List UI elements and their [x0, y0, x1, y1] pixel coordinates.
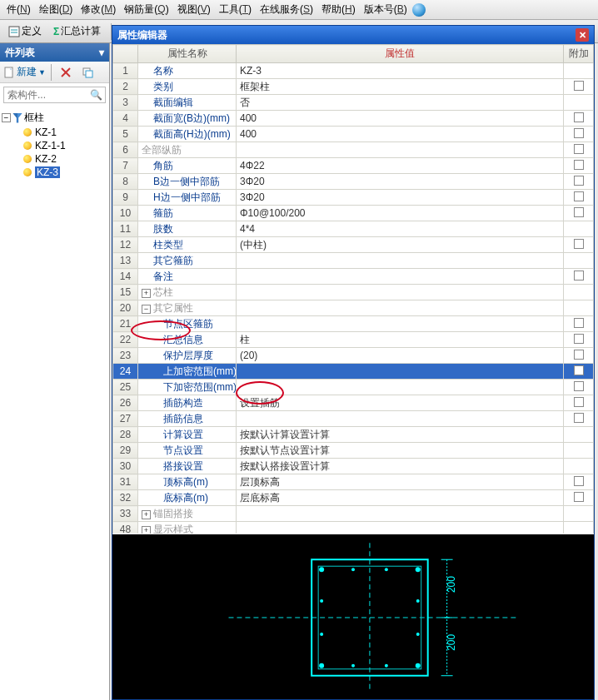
tree-item-KZ-1[interactable]: KZ-1: [2, 126, 107, 139]
prop-value[interactable]: 柱: [237, 332, 564, 348]
menu-绘图[interactable]: 绘图(D): [36, 1, 77, 18]
prop-row-8[interactable]: 8B边一侧中部筋3Φ20: [113, 174, 594, 190]
prop-value[interactable]: 否: [237, 95, 564, 111]
prop-row-7[interactable]: 7角筋4Φ22: [113, 158, 594, 174]
prop-row-9[interactable]: 9H边一侧中部筋3Φ20: [113, 190, 594, 206]
prop-value[interactable]: KZ-3: [237, 63, 564, 79]
extra-checkbox[interactable]: [564, 300, 594, 316]
tree-item-KZ-2[interactable]: KZ-2: [2, 152, 107, 166]
prop-row-14[interactable]: 14备注: [113, 269, 594, 285]
expand-icon[interactable]: +: [142, 289, 151, 298]
menu-钢筋量[interactable]: 钢筋量(Q): [121, 1, 172, 18]
prop-value[interactable]: (20): [237, 348, 564, 364]
define-button[interactable]: 定义: [5, 22, 45, 40]
extra-checkbox[interactable]: [564, 95, 594, 111]
prop-row-31[interactable]: 31顶标高(m)层顶标高: [113, 474, 594, 490]
extra-checkbox[interactable]: [564, 459, 594, 474]
prop-row-29[interactable]: 29节点设置按默认节点设置计算: [113, 443, 594, 459]
extra-checkbox[interactable]: [564, 174, 594, 190]
menu-版本号[interactable]: 版本号(B): [361, 1, 411, 18]
sum-button[interactable]: Σ 汇总计算: [50, 22, 104, 40]
prop-row-1[interactable]: 1名称KZ-3: [113, 63, 594, 79]
extra-checkbox[interactable]: [564, 221, 594, 237]
extra-checkbox[interactable]: [564, 285, 594, 300]
col-value[interactable]: 属性值: [237, 45, 564, 63]
prop-row-30[interactable]: 30搭接设置按默认搭接设置计算: [113, 459, 594, 474]
extra-checkbox[interactable]: [564, 79, 594, 95]
prop-row-33[interactable]: 33+锚固搭接: [113, 506, 594, 522]
prop-value[interactable]: 按默认节点设置计算: [237, 443, 564, 459]
prop-value[interactable]: 3Φ20: [237, 190, 564, 206]
extra-checkbox[interactable]: [564, 111, 594, 127]
close-icon[interactable]: ✕: [576, 28, 589, 42]
extra-checkbox[interactable]: [564, 348, 594, 364]
prop-value[interactable]: [237, 364, 564, 380]
prop-row-48[interactable]: 48+显示样式: [113, 522, 594, 534]
new-button[interactable]: 新建 ▼: [3, 65, 46, 79]
col-extra[interactable]: 附加: [564, 45, 594, 63]
extra-checkbox[interactable]: [564, 364, 594, 380]
prop-value[interactable]: 400: [237, 127, 564, 142]
tree-root[interactable]: −框柱: [2, 110, 107, 126]
tree-item-KZ-1-1[interactable]: KZ-1-1: [2, 139, 107, 152]
tree-item-KZ-3[interactable]: KZ-3: [2, 166, 107, 179]
prop-row-20[interactable]: 20−其它属性: [113, 300, 594, 316]
prop-row-13[interactable]: 13其它箍筋: [113, 253, 594, 269]
extra-checkbox[interactable]: [564, 380, 594, 395]
prop-row-15[interactable]: 15+芯柱: [113, 285, 594, 300]
menu-在线服务[interactable]: 在线服务(S): [257, 1, 316, 18]
prop-row-22[interactable]: 22汇总信息柱: [113, 332, 594, 348]
prop-row-10[interactable]: 10箍筋Φ10@100/200: [113, 206, 594, 221]
prop-value[interactable]: 层底标高: [237, 490, 564, 506]
extra-checkbox[interactable]: [564, 269, 594, 285]
prop-value[interactable]: [237, 506, 564, 522]
menu-视图[interactable]: 视图(V): [174, 1, 214, 18]
prop-row-32[interactable]: 32底标高(m)层底标高: [113, 490, 594, 506]
prop-value[interactable]: 设置插筋: [237, 395, 564, 411]
extra-checkbox[interactable]: [564, 474, 594, 490]
prop-value[interactable]: Φ10@100/200: [237, 206, 564, 221]
extra-checkbox[interactable]: [564, 332, 594, 348]
extra-checkbox[interactable]: [564, 206, 594, 221]
extra-checkbox[interactable]: [564, 253, 594, 269]
menu-工具[interactable]: 工具(T): [216, 1, 255, 18]
section-preview[interactable]: 200 200: [112, 534, 594, 699]
menu-件[interactable]: 件(N): [3, 1, 34, 18]
delete-button[interactable]: [57, 65, 75, 80]
prop-value[interactable]: 按默认计算设置计算: [237, 427, 564, 443]
prop-row-23[interactable]: 23保护层厚度(20): [113, 348, 594, 364]
prop-row-21[interactable]: 21节点区箍筋: [113, 316, 594, 332]
extra-checkbox[interactable]: [564, 395, 594, 411]
extra-checkbox[interactable]: [564, 237, 594, 253]
menu-帮助[interactable]: 帮助(H): [318, 1, 359, 18]
prop-value[interactable]: 层顶标高: [237, 474, 564, 490]
prop-value[interactable]: 3Φ20: [237, 174, 564, 190]
prop-row-27[interactable]: 27插筋信息: [113, 411, 594, 427]
extra-checkbox[interactable]: [564, 490, 594, 506]
prop-value[interactable]: 400: [237, 111, 564, 127]
extra-checkbox[interactable]: [564, 427, 594, 443]
prop-value[interactable]: 4Φ22: [237, 158, 564, 174]
prop-row-5[interactable]: 5截面高(H边)(mm)400: [113, 127, 594, 142]
collapse-icon[interactable]: −: [2, 113, 11, 122]
prop-row-25[interactable]: 25下加密范围(mm): [113, 380, 594, 395]
prop-value[interactable]: [237, 316, 564, 332]
prop-row-2[interactable]: 2类别框架柱: [113, 79, 594, 95]
extra-checkbox[interactable]: [564, 316, 594, 332]
search-icon[interactable]: 🔍: [90, 89, 102, 101]
menu-修改[interactable]: 修改(M): [77, 1, 119, 18]
extra-checkbox[interactable]: [564, 506, 594, 522]
expand-icon[interactable]: +: [142, 526, 151, 534]
prop-value[interactable]: [237, 411, 564, 427]
prop-value[interactable]: 4*4: [237, 221, 564, 237]
extra-checkbox[interactable]: [564, 142, 594, 158]
extra-checkbox[interactable]: [564, 411, 594, 427]
prop-value[interactable]: [237, 285, 564, 300]
prop-value[interactable]: [237, 300, 564, 316]
prop-row-3[interactable]: 3截面编辑否: [113, 95, 594, 111]
panel-toggle-icon[interactable]: ▾: [99, 47, 104, 58]
expand-icon[interactable]: −: [142, 305, 151, 314]
prop-row-12[interactable]: 12柱类型(中柱): [113, 237, 594, 253]
copy-button[interactable]: [78, 65, 97, 80]
prop-value[interactable]: [237, 522, 564, 534]
